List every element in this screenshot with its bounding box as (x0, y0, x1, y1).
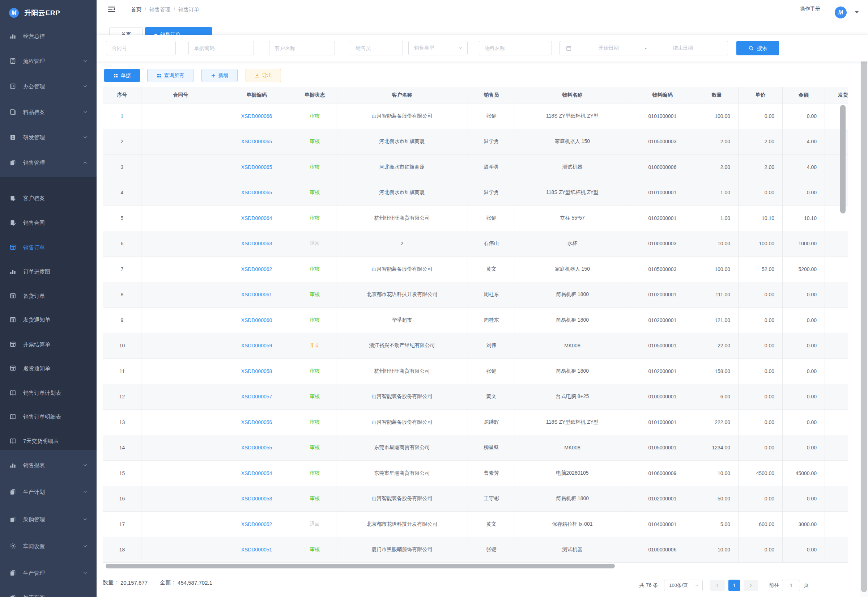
cell-code[interactable]: XSDD000059 (220, 333, 293, 359)
topbar: 首页/销售管理/销售订单 操作手册 M (96, 0, 868, 19)
sidebar-item-sales-report[interactable]: 销售报表 (0, 457, 96, 473)
sidebar-item-workshop-setup[interactable]: 车间设置 (0, 538, 96, 554)
sidebar-item-dashboard[interactable]: 经营总控 (0, 28, 96, 44)
cell-extra (825, 282, 848, 308)
toolbar-button-3[interactable]: 导出 (246, 69, 281, 82)
cell-code[interactable]: XSDD000062 (220, 257, 293, 282)
sidebar-item-sales-order[interactable]: 销售订单 (0, 239, 96, 255)
cell-extra (825, 384, 848, 410)
cell-salesman: 柳星稣 (468, 435, 515, 461)
next-page-button[interactable] (744, 580, 758, 591)
cell-code[interactable]: XSDD000065 (220, 180, 293, 206)
cell-qty: 121.00 (695, 307, 739, 333)
sidebar-item-return-notice[interactable]: 退货通知单 (0, 360, 96, 376)
cell-code[interactable]: XSDD000058 (220, 359, 293, 384)
sidebar-item-stock-order[interactable]: 备货订单 (0, 288, 96, 304)
cell-salesman: 周桂东 (468, 307, 515, 333)
material-input[interactable] (479, 41, 552, 55)
table-horizontal-scrollbar[interactable] (106, 564, 615, 569)
page-scrollbar-thumb[interactable] (861, 38, 867, 592)
cell-qty: 1.00 (695, 205, 739, 231)
sidebar-item-materials[interactable]: 料品档案 (0, 104, 96, 120)
cell-status: 退回 (293, 512, 336, 537)
sidebar-item-label: 开票结算单 (23, 341, 50, 348)
cell-code[interactable]: XSDD000061 (220, 282, 293, 308)
sale-type-select[interactable]: 销售类型 (408, 41, 468, 55)
table-vertical-scrollbar[interactable] (840, 105, 846, 214)
table-row: 7XSDD000062审核山河智能装备股份有限公司黄文家庭机器人 1500105… (103, 257, 848, 282)
current-page[interactable]: 1 (729, 580, 740, 591)
pagination: 共 76 条 100条/页 1 前往 页 (640, 580, 809, 591)
sidebar-item-order-progress[interactable]: 订单进度图 (0, 264, 96, 280)
sidebar-item-order-detail[interactable]: 销售订单明细表 (0, 409, 96, 425)
table-row: 8XSDD000061审核北京都市花语科技开发有限公司周桂东简易机柜 18000… (103, 282, 848, 308)
cell-code[interactable]: XSDD000065 (220, 154, 293, 180)
search-button[interactable]: 搜索 (736, 41, 779, 55)
prev-page-button[interactable] (710, 580, 725, 591)
customer-input[interactable] (269, 41, 335, 55)
cell-amount: 5200.00 (783, 257, 825, 282)
doc-code-input[interactable] (188, 41, 254, 55)
cell-code[interactable]: XSDD000063 (220, 231, 293, 257)
cell-code[interactable]: XSDD000055 (220, 435, 293, 461)
cell-code[interactable]: XSDD000060 (220, 307, 293, 333)
sidebar-item-office[interactable]: 办公管理 (0, 79, 96, 94)
cell-qty: 22.00 (695, 333, 739, 359)
table-row: 9XSDD000060审核华孚超市周桂东简易机柜 180001020000011… (103, 307, 848, 333)
goto-page-input[interactable] (782, 580, 800, 591)
contract-no-input[interactable] (106, 41, 176, 55)
manual-link[interactable]: 操作手册 (800, 6, 820, 12)
caret-down-icon[interactable] (855, 11, 859, 13)
cell-customer: 北京都市花语科技开发有限公司 (336, 512, 468, 537)
toolbar-button-0[interactable]: 单据 (104, 69, 140, 82)
cell-status: 审核 (293, 104, 336, 129)
sidebar-item-purchase[interactable]: 采购管理 (0, 512, 96, 527)
cell-material_code: 0102000001 (630, 307, 695, 333)
page-size-select[interactable]: 100条/页 (664, 580, 703, 591)
sidebar-item-invoice-settle[interactable]: 开票结算单 (0, 337, 96, 352)
cell-code[interactable]: XSDD000065 (220, 129, 293, 155)
sidebar-item-sales[interactable]: 销售管理 (0, 155, 96, 171)
salesman-input[interactable] (350, 41, 403, 55)
sidebar-item-prod-plan[interactable]: 生产计划 (0, 484, 96, 500)
sidebar-item-customer-archive[interactable]: 客户档案 (0, 190, 96, 206)
sidebar-collapse-icon[interactable] (108, 6, 116, 13)
cell-material: 简易机柜 1800 (515, 359, 630, 384)
table-row: 10XSDD000059开立浙江裕兴不动产经纪有限公司刘伟MK008010500… (103, 333, 848, 359)
sidebar-item-sales-contract[interactable]: 销售合同 (0, 215, 96, 231)
cell-code[interactable]: XSDD000051 (220, 537, 293, 563)
cell-code[interactable]: XSDD000052 (220, 512, 293, 537)
avatar[interactable]: M (835, 6, 847, 18)
breadcrumb-item-0[interactable]: 首页 (131, 6, 141, 13)
table-row: 15XSDD000054审核东莞市星瀚商贸有限公司曹素芳电脑2026010501… (103, 460, 848, 486)
sidebar-item-rd[interactable]: 研发管理 (0, 129, 96, 146)
cell-status: 审核 (293, 129, 336, 155)
cell-code[interactable]: XSDD000066 (220, 104, 293, 129)
table-row: 16XSDD000053审核山河智能装备股份有限公司王守彬简易机柜 180001… (103, 486, 848, 512)
toolbar-button-1[interactable]: 查询所有 (147, 69, 194, 82)
orders-table: 序号合同号单据编码单据状态客户名称销售员物料名称物料编码数量单价金额发货 1XS… (103, 87, 848, 563)
cell-material: 台式电脑 8+25 (515, 384, 630, 410)
toolbar-button-2[interactable]: 新增 (201, 69, 238, 82)
date-range-picker[interactable]: 开始日期 - 结束日期 (560, 41, 728, 55)
cell-qty: 158.00 (695, 359, 739, 384)
table-row: 13XSDD000056审核山河智能装备股份有限公司屈继辉118S ZY型纸杯机… (103, 410, 848, 435)
sidebar-item-workshop[interactable]: 加工车间 (0, 590, 96, 597)
cell-contract (141, 231, 220, 257)
cell-material_code: 0105000001 (630, 333, 695, 359)
cell-code[interactable]: XSDD000064 (220, 205, 293, 231)
sidebar-item-label: 料品档案 (23, 109, 45, 116)
cell-code[interactable]: XSDD000057 (220, 384, 293, 410)
sidebar-item-prod-manage[interactable]: 生产管理 (0, 565, 96, 581)
cell-code[interactable]: XSDD000054 (220, 460, 293, 486)
sidebar-item-delivery-notice[interactable]: 发货通知单 (0, 312, 96, 328)
cell-extra (825, 359, 848, 384)
sidebar-item-order-plan[interactable]: 销售订单计划表 (0, 385, 96, 401)
sidebar-item-process[interactable]: 流程管理 (0, 53, 96, 69)
cell-code[interactable]: XSDD000056 (220, 410, 293, 435)
cell-amount: 4.00 (783, 129, 825, 155)
breadcrumb-item-1[interactable]: 销售管理 (150, 6, 170, 13)
sidebar-item-delivery-7days[interactable]: 7天交货明细表 (0, 433, 96, 449)
cell-code[interactable]: XSDD000053 (220, 486, 293, 512)
breadcrumb-item-2[interactable]: 销售订单 (178, 6, 199, 13)
